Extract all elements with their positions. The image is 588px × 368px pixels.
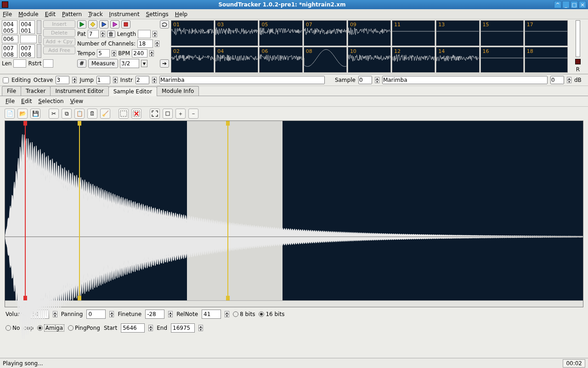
scope-18[interactable]: 18 [525,47,568,73]
scope-01[interactable]: 01 [171,20,214,46]
scope-03[interactable]: 03 [215,20,258,46]
loop-end-marker[interactable] [227,121,228,300]
instr-input[interactable] [136,76,149,84]
loop-end-handle[interactable] [226,121,230,126]
properties-icon[interactable]: 🗓 [87,109,97,119]
menu-file[interactable]: File [3,11,12,17]
scope-04[interactable]: 04 [215,47,258,73]
stop-button[interactable] [121,20,130,29]
order-cur-pat[interactable] [20,35,37,43]
scope-11[interactable]: 11 [392,20,435,46]
scope-17[interactable]: 17 [525,20,568,46]
play-cursor-button[interactable] [99,20,108,29]
measure-dropdown[interactable]: ▾ [141,60,147,67]
maximize-button[interactable]: □ [571,1,578,8]
scope-14[interactable]: 14 [436,47,479,73]
scope-09[interactable]: 09 [348,20,391,46]
waveform-display[interactable] [5,121,583,300]
titlebar: SoundTracker 1.0.2-pre1: *nightrain2.xm … [0,0,588,9]
paste-icon[interactable]: 📋 [74,109,85,119]
order-cur-pos[interactable] [2,35,18,43]
select-none-icon[interactable] [131,109,141,119]
zoom-sel-icon[interactable] [163,109,173,119]
scope-10[interactable]: 10 [348,47,391,73]
zoom-out-icon[interactable]: － [188,109,198,119]
zoom-fit-icon[interactable] [150,109,160,119]
menu-track[interactable]: Track [88,11,102,17]
se-menu-selection[interactable]: Selection [38,98,63,104]
play-cursor[interactable] [25,121,26,300]
close-button[interactable]: × [579,1,586,8]
play-cursor-handle[interactable] [23,296,27,300]
tab-sample-editor[interactable]: Sample Editor [108,86,157,96]
scope-16[interactable]: 16 [481,47,524,73]
scope-07[interactable]: 07 [304,20,347,46]
loop-button[interactable] [160,20,169,29]
length-input[interactable] [138,30,151,38]
menu-module[interactable]: Module [18,11,39,17]
measure-button[interactable]: Measure [88,59,118,68]
menu-edit[interactable]: Edit [45,11,56,17]
se-menu-edit[interactable]: Edit [21,98,32,104]
scope-13[interactable]: 13 [436,20,479,46]
addfree-button[interactable]: Add Free [43,46,75,54]
sample-name-input[interactable] [382,76,548,84]
clear-icon[interactable]: 🧹 [100,109,110,119]
order-scroll[interactable] [37,20,41,34]
se-menu-view[interactable]: View [70,98,83,104]
octave-input[interactable] [56,76,69,84]
editing-checkbox[interactable] [3,77,9,83]
delete-button[interactable]: Delete [43,29,75,37]
loop-start-handle[interactable] [78,121,81,126]
rollup-button[interactable]: ^ [554,1,561,8]
db-input[interactable] [550,76,564,84]
numch-input[interactable] [137,40,153,48]
play-cursor-handle[interactable] [23,121,27,126]
play-button[interactable] [77,20,86,29]
scope-06[interactable]: 06 [259,47,302,73]
open-icon[interactable]: 📂 [17,109,28,119]
jump-input[interactable] [96,76,110,84]
zoom-in-icon[interactable]: ＋ [175,109,186,119]
order-scroll[interactable] [39,35,41,43]
scope-12[interactable]: 12 [392,47,435,73]
select-all-icon[interactable] [119,109,129,119]
insert-button[interactable]: Insert [43,20,75,28]
bpm-input[interactable] [132,49,147,58]
menu-pattern[interactable]: Pattern [62,11,82,17]
se-menu-file[interactable]: File [6,98,15,104]
loop-start-handle[interactable] [78,296,81,300]
menu-help[interactable]: Help [175,11,187,17]
loop-start-marker[interactable] [79,121,80,300]
tempo-input[interactable] [97,49,110,58]
addcpy-button[interactable]: Add + Cpy [43,38,75,46]
copy-icon[interactable]: ⧉ [62,109,72,119]
tab-tracker[interactable]: Tracker [21,86,51,96]
pat-label: Pat [77,31,86,37]
len-input[interactable] [13,59,26,68]
menu-instrument[interactable]: Instrument [109,11,140,17]
loop-end-handle[interactable] [226,296,230,300]
tab-file[interactable]: File [2,86,21,96]
measure-input[interactable] [120,59,139,68]
trash-button[interactable]: 🗑 [107,30,115,38]
save-icon[interactable]: 💾 [30,109,40,119]
order-scroll[interactable] [37,44,41,58]
instr-name-input[interactable] [159,76,325,84]
scope-08[interactable]: 08 [304,47,347,73]
go-button[interactable]: ➔ [160,59,169,68]
play-pattern-button[interactable] [88,20,97,29]
pat-input[interactable] [88,30,99,38]
minimize-button[interactable]: _ [562,1,570,8]
tab-instrument-editor[interactable]: Instrument Editor [50,86,108,96]
sample-input[interactable] [358,76,372,84]
tab-module-info[interactable]: Module Info [157,86,199,96]
sharp-button[interactable]: # [77,59,86,68]
menu-settings[interactable]: Settings [146,11,169,17]
scope-02[interactable]: 02 [171,47,214,73]
record-button[interactable] [110,20,119,29]
new-icon[interactable]: 📄 [5,109,15,119]
cut-icon[interactable]: ✂ [49,109,59,119]
scope-15[interactable]: 15 [481,20,524,46]
scope-05[interactable]: 05 [259,20,302,46]
